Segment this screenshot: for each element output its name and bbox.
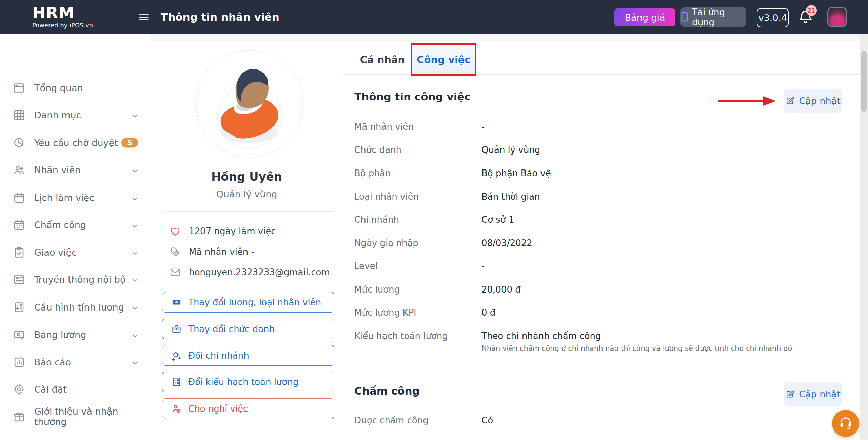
sidebar-item-overview[interactable]: Tổng quan <box>0 77 150 98</box>
field-label: Bộ phận <box>354 168 391 178</box>
chevron-down-icon <box>131 276 139 283</box>
download-app-button[interactable]: Tải ứng dụng <box>680 7 746 27</box>
bell-icon <box>797 21 814 27</box>
employee-title: Quản lý vùng <box>150 189 343 199</box>
person-remove-icon <box>171 403 182 414</box>
change-salary-type-button[interactable]: Thay đổi lương, loại nhân viên <box>162 292 334 313</box>
field-value: Theo chi nhánh chấm công <box>481 331 601 341</box>
sidebar-nav: Tổng quan Danh mục Yêu cầu chờ duyệt 5 N… <box>0 34 150 440</box>
field-note: Nhân viên chấm công ở chi nhánh nào thì … <box>481 344 792 353</box>
terminate-employee-button[interactable]: Cho nghỉ việc <box>162 398 334 419</box>
section-divider <box>354 373 843 373</box>
clipboard-check-icon <box>13 246 25 259</box>
field-value: - <box>481 261 485 271</box>
sidebar-item-referral-rewards[interactable]: Giới thiệu và nhận thưởng <box>0 406 150 427</box>
field-value: Bán thời gian <box>481 192 540 202</box>
newspaper-icon <box>13 273 25 286</box>
tab-personal[interactable]: Cá nhân <box>357 45 408 74</box>
sidebar-item-reports[interactable]: Báo cáo <box>0 352 150 373</box>
field-value: Có <box>481 415 493 425</box>
section-title-job-info: Thông tin công việc <box>354 91 471 103</box>
field-value: 08/03/2022 <box>481 238 532 248</box>
app-logo: HRM Powered by iPOS.vn <box>32 5 93 29</box>
divider <box>163 211 334 212</box>
chevron-down-icon <box>131 303 139 311</box>
field-label: Mã nhân viên <box>354 122 414 132</box>
chevron-down-icon <box>131 111 139 119</box>
content-top-band <box>150 34 860 41</box>
avatar-illustration <box>196 51 303 157</box>
home-swap-icon <box>171 350 182 361</box>
headset-icon <box>838 415 853 432</box>
sidebar-item-work-schedule[interactable]: Lịch làm việc <box>0 187 150 208</box>
sidebar-item-payroll[interactable]: Bảng lương <box>0 324 150 345</box>
employee-name: Hồng Uyên <box>150 170 343 183</box>
bar-chart-icon <box>13 356 25 368</box>
chevron-down-icon <box>131 194 139 201</box>
employee-profile-panel: Hồng Uyên Quản lý vùng 1207 ngày làm việ… <box>150 42 343 440</box>
sidebar-item-timekeeping[interactable]: Chấm công <box>0 214 150 235</box>
grid-icon <box>13 109 25 121</box>
gear-icon <box>13 383 25 396</box>
dashboard-icon <box>13 82 25 94</box>
work-days-stat: 1207 ngày làm việc <box>170 224 276 239</box>
money-icon <box>171 297 182 307</box>
user-avatar[interactable] <box>827 7 847 27</box>
chevron-down-icon <box>131 248 139 256</box>
tab-work[interactable]: Công việc <box>412 45 475 74</box>
calendar-icon <box>13 192 25 204</box>
menu-toggle-icon[interactable] <box>139 12 149 21</box>
field-label: Mức lương KPI <box>354 307 416 318</box>
heart-icon <box>170 226 181 237</box>
mail-icon <box>170 267 181 278</box>
version-badge: v3.0.4 <box>757 8 789 27</box>
chevron-down-icon <box>131 221 139 228</box>
logo-title: HRM <box>32 5 93 21</box>
field-label: Chi nhánh <box>354 215 399 225</box>
field-label: Mức lương <box>354 284 400 295</box>
pricing-button[interactable]: Bảng giá <box>614 8 675 26</box>
field-label: Kiểu hạch toán lương <box>354 331 448 341</box>
notifications-button[interactable]: 21 <box>797 8 816 27</box>
update-timekeeping-button[interactable]: Cập nhật <box>784 382 842 406</box>
change-payroll-method-button[interactable]: Đổi kiểu hạch toán lương <box>162 372 334 392</box>
notification-count-badge: 21 <box>806 5 817 16</box>
briefcase-icon <box>171 324 182 334</box>
update-job-info-button[interactable]: Cập nhật <box>784 89 842 113</box>
field-value: Bộ phận Bảo vệ <box>481 168 551 178</box>
scrollbar-thumb[interactable] <box>861 51 867 112</box>
employee-avatar <box>196 50 303 158</box>
calculator-icon <box>13 301 25 314</box>
sidebar-item-pending-requests[interactable]: Yêu cầu chờ duyệt 5 <box>0 132 150 153</box>
field-value: - <box>481 122 485 132</box>
field-label: Chức danh <box>354 145 401 155</box>
chevron-down-icon <box>131 358 139 366</box>
employee-code-stat: Mã nhân viên - <box>170 244 254 259</box>
top-header: HRM Powered by iPOS.vn Thông tin nhân vi… <box>0 0 868 34</box>
annotation-arrow <box>716 95 777 107</box>
clock-pending-icon <box>13 137 25 149</box>
field-value: 0 đ <box>481 307 495 318</box>
sidebar-item-settings[interactable]: Cài đặt <box>0 379 150 400</box>
section-title-timekeeping: Chấm công <box>354 385 420 397</box>
field-label: Level <box>354 261 378 271</box>
people-icon <box>13 164 25 176</box>
main-content: Cá nhân Công việc Thông tin công việc Cậ… <box>343 42 860 440</box>
logo-subtitle: Powered by iPOS.vn <box>32 22 93 29</box>
calendar-dots-icon <box>13 219 25 231</box>
email-stat: honguyen.2323233@gmail.com <box>170 265 330 280</box>
chevron-down-icon <box>131 166 139 174</box>
sidebar-item-categories[interactable]: Danh mục <box>0 104 150 125</box>
change-position-button[interactable]: Thay đổi chức danh <box>162 319 334 339</box>
sidebar-item-task-assignment[interactable]: Giao việc <box>0 242 150 263</box>
field-value: 20,000 đ <box>481 284 521 295</box>
field-label: Loại nhân viên <box>354 192 419 202</box>
sidebar-item-employees[interactable]: Nhân viên <box>0 159 150 180</box>
field-value: Cơ sở 1 <box>481 215 514 225</box>
field-value: Quản lý vùng <box>481 145 540 155</box>
edit-icon <box>785 389 795 399</box>
change-branch-button[interactable]: Đổi chi nhánh <box>162 345 334 366</box>
sidebar-item-salary-config[interactable]: Cấu hình tính lương <box>0 297 150 318</box>
support-fab[interactable] <box>832 410 859 437</box>
sidebar-item-internal-comms[interactable]: Truyền thông nội bộ <box>0 269 150 290</box>
